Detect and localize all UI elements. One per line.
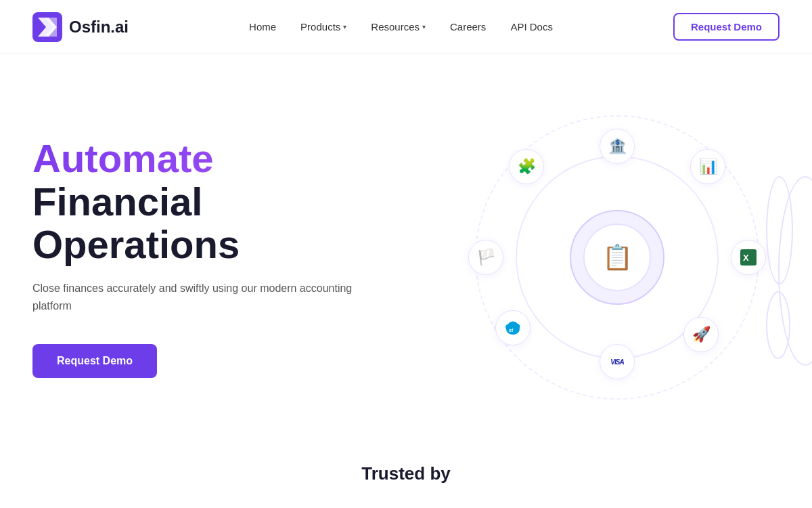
orbit-item-bank: 🏦 — [600, 129, 635, 164]
nav-resources[interactable]: Resources ▾ — [371, 21, 426, 33]
hero-content: Automate Financial Operations Close fina… — [32, 137, 384, 379]
nav-api-docs[interactable]: API Docs — [510, 21, 553, 33]
hero-subtitle: Close finances accurately and swiftly us… — [32, 280, 384, 314]
trusted-section: Trusted by — [0, 447, 812, 484]
nav-careers[interactable]: Careers — [450, 21, 486, 33]
orbit-item-excel: X — [731, 240, 766, 275]
orbit-item-chart: 📊 — [690, 149, 725, 184]
hero-automate-text: Automate — [32, 137, 384, 180]
excel-icon: X — [740, 249, 757, 266]
orbit-center: 📋 — [570, 210, 664, 305]
nav-links: Home Products ▾ Resources ▾ Careers API … — [249, 21, 553, 33]
svg-text:sf: sf — [509, 328, 514, 333]
brand-name: Osfin.ai — [69, 18, 129, 37]
nav-request-demo-button[interactable]: Request Demo — [673, 13, 780, 41]
orbit-item-salesforce: sf — [495, 310, 531, 345]
deco-right-arc2 — [766, 291, 790, 359]
hero-cta-button[interactable]: Request Demo — [32, 344, 157, 378]
products-chevron-icon: ▾ — [343, 23, 346, 30]
orbit-item-flag: 🏳️ — [468, 240, 503, 275]
nav-home[interactable]: Home — [249, 21, 276, 33]
orbit-item-puzzle: 🧩 — [509, 149, 544, 184]
orbit-item-visa: VISA — [600, 344, 635, 379]
hero-illustration: 📋 🏦 📊 X 🚀 VISA sf 🏳️ 🧩 — [455, 95, 780, 420]
deco-right-arc — [766, 176, 793, 284]
hero-section: Automate Financial Operations Close fina… — [0, 54, 812, 447]
svg-text:X: X — [743, 253, 749, 263]
resources-chevron-icon: ▾ — [422, 23, 426, 30]
navbar: Osfin.ai Home Products ▾ Resources ▾ Car… — [0, 0, 812, 54]
logo-icon — [32, 12, 62, 42]
hero-title: Financial Operations — [32, 180, 384, 267]
center-icon: 📋 — [583, 224, 651, 291]
page-right-deco — [778, 176, 812, 366]
salesforce-icon: sf — [504, 319, 522, 337]
nav-products[interactable]: Products ▾ — [300, 21, 346, 33]
logo[interactable]: Osfin.ai — [32, 12, 129, 42]
orbit-item-rocket: 🚀 — [683, 317, 719, 352]
trusted-title: Trusted by — [32, 463, 780, 484]
